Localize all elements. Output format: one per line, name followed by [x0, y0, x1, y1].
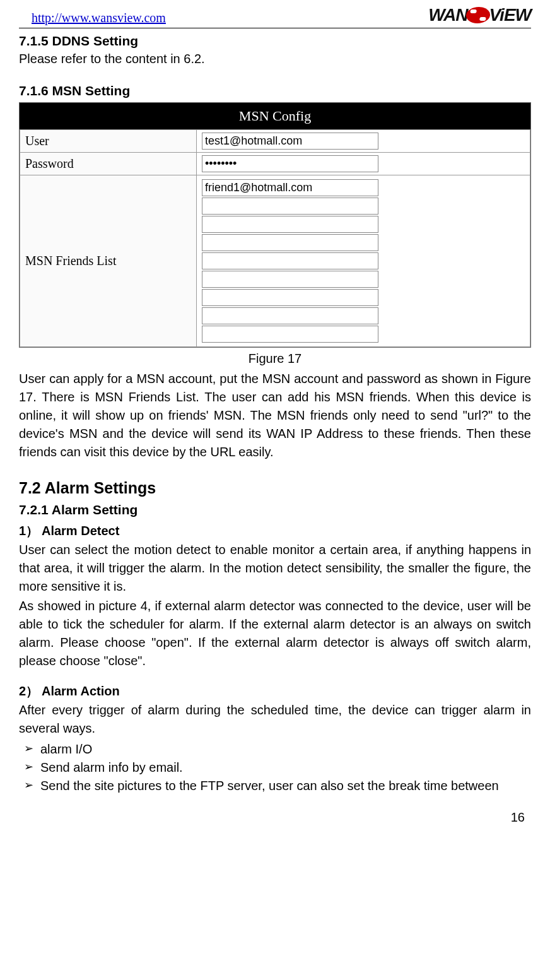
- page-number: 16: [19, 810, 531, 825]
- friend-input[interactable]: [202, 252, 378, 269]
- alarm-action-list: alarm I/O Send alarm info by email. Send…: [19, 740, 531, 795]
- user-label: User: [20, 130, 197, 153]
- password-input[interactable]: [202, 155, 378, 172]
- wansview-logo: WAN ViEW: [428, 5, 531, 25]
- table-row: MSN Friends List: [20, 175, 530, 347]
- logo-s-icon: [465, 7, 491, 23]
- friend-input[interactable]: [202, 326, 378, 343]
- subhead-alarm-detect: 1） Alarm Detect: [19, 522, 531, 540]
- friend-input[interactable]: [202, 198, 378, 215]
- site-url-link[interactable]: http://www.wansview.com: [19, 11, 166, 25]
- msn-body: User can apply for a MSN account, put th…: [19, 370, 531, 461]
- logo-text-wan: WAN: [428, 5, 467, 25]
- table-row: Password: [20, 153, 530, 175]
- heading-msn-setting: 7.1.6 MSN Setting: [19, 83, 531, 98]
- friend-input[interactable]: [202, 179, 378, 196]
- table-row: User: [20, 130, 530, 153]
- friend-input[interactable]: [202, 234, 378, 251]
- ddns-body: Please refer to the content in 6.2.: [19, 50, 531, 68]
- friend-input[interactable]: [202, 271, 378, 288]
- list-item: Send the site pictures to the FTP server…: [24, 777, 531, 795]
- page-header: http://www.wansview.com WAN ViEW: [19, 0, 531, 28]
- subhead-alarm-action: 2） Alarm Action: [19, 683, 531, 700]
- friend-input[interactable]: [202, 216, 378, 233]
- password-label: Password: [20, 153, 197, 175]
- list-item: alarm I/O: [24, 740, 531, 759]
- alarm-detect-body1: User can select the motion detect to ena…: [19, 541, 531, 596]
- heading-alarm-settings: 7.2 Alarm Settings: [19, 479, 531, 497]
- user-input[interactable]: [202, 133, 378, 150]
- msn-config-table: User Password MSN Friends List: [20, 129, 530, 347]
- user-cell: [197, 130, 530, 153]
- friend-input[interactable]: [202, 289, 378, 306]
- figure-caption: Figure 17: [19, 351, 531, 366]
- list-item: Send alarm info by email.: [24, 759, 531, 777]
- logo-text-view: ViEW: [489, 5, 531, 25]
- msn-config-title: MSN Config: [20, 103, 530, 129]
- password-cell: [197, 153, 530, 175]
- alarm-action-body: After every trigger of alarm during the …: [19, 701, 531, 738]
- msn-config-panel: MSN Config User Password MSN Friends Lis…: [19, 102, 531, 348]
- friends-cell: [197, 175, 530, 347]
- friend-input[interactable]: [202, 307, 378, 324]
- heading-ddns-setting: 7.1.5 DDNS Setting: [19, 33, 531, 49]
- friends-label: MSN Friends List: [20, 175, 197, 347]
- heading-alarm-setting: 7.2.1 Alarm Setting: [19, 502, 531, 517]
- alarm-detect-body2: As showed in picture 4, if external alar…: [19, 597, 531, 670]
